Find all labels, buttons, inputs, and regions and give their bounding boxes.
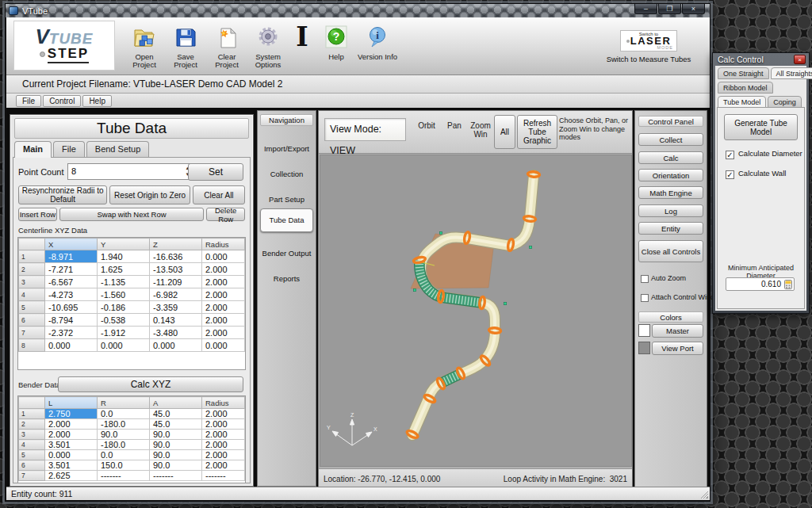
cell[interactable]: 3.501 [45,460,98,471]
resize-grip[interactable] [700,491,708,498]
cell[interactable]: 2.000 [45,430,98,440]
cell[interactable]: 3.501 [45,440,98,450]
calc-tab-tube-model[interactable]: Tube Model [718,96,766,108]
cell[interactable]: 2.000 [202,409,245,419]
row-header[interactable]: 7 [19,327,45,339]
generate-tube-model-button[interactable]: Generate Tube Model [724,114,798,140]
column-header[interactable] [19,239,45,250]
column-header-y[interactable]: Y [98,239,150,250]
cell[interactable]: 150.0 [98,460,150,471]
cell[interactable]: -180.0 [98,419,150,430]
column-header[interactable] [19,397,45,409]
checkbox[interactable]: ✓ [641,294,649,302]
cell[interactable]: 2.750 [45,409,98,419]
math-engine-button[interactable]: Math Engine [638,186,703,199]
log-button[interactable]: Log [638,204,703,217]
tab-file[interactable]: File [53,141,85,158]
cell[interactable]: 0.000 [202,339,245,352]
toolbar-clear-project[interactable]: Clear Project [206,21,247,69]
view-mode-zoom-win[interactable]: Zoom Win [466,121,495,139]
cell[interactable]: 45.0 [150,409,202,419]
cell[interactable]: 2.000 [202,327,245,339]
cell[interactable]: -2.372 [45,327,98,339]
row-header[interactable]: 3 [19,276,45,288]
column-header-radius[interactable]: Radius [202,397,245,409]
calculate-diameter-checkbox[interactable]: ✓Calculate Diameter [726,149,802,159]
point-count-input[interactable]: 8 ▲▼ [67,163,194,180]
cell[interactable]: 2.000 [202,430,245,440]
sidebar-item-reports[interactable]: Reports [258,274,316,283]
cell[interactable]: -6.982 [150,288,202,301]
maximize-button[interactable]: ❐ [658,4,681,14]
cell[interactable]: -6.567 [45,276,98,288]
swap-with-next-row-button[interactable]: Swap with Next Row [59,208,205,221]
window-titlebar[interactable]: VTube –❐× [6,4,710,17]
calc-tab-ribbon-model[interactable]: Ribbon Model [718,82,773,94]
menu-file[interactable]: File [16,95,41,107]
calc-xyz-button[interactable]: Calc XYZ [58,376,243,392]
checkbox[interactable]: ✓ [726,151,734,159]
toolbar-version-info[interactable]: iVersion Info [357,21,398,61]
cell[interactable]: 2.000 [45,419,98,430]
cell[interactable]: 0.000 [98,339,150,352]
close-all-controls-button[interactable]: Close all Controls [638,240,703,262]
checkbox[interactable]: ✓ [726,170,734,179]
toolbar-text-cursor[interactable]: I [289,21,316,53]
orientation-button[interactable]: Orientation [638,169,703,181]
cell[interactable]: -13.503 [150,263,202,276]
cell[interactable]: 0.000 [150,339,202,352]
cell[interactable]: ------- [202,471,245,481]
cell[interactable]: -1.912 [98,327,150,339]
row-header[interactable]: 2 [19,263,45,276]
view-port-color-swatch[interactable] [638,342,650,354]
cell[interactable]: ------- [150,471,202,481]
cell[interactable]: 2.000 [202,419,245,430]
cell[interactable]: 90.0 [150,430,202,440]
master-color-button[interactable]: Master [652,324,703,338]
view-mode-orbit[interactable]: Orbit [412,121,442,130]
cell[interactable]: 0.000 [45,450,98,460]
cell[interactable]: 2.625 [45,471,98,481]
sidebar-item-part-setup[interactable]: Part Setup [258,195,316,204]
calc-tab-one-straight[interactable]: One Straight [718,67,769,79]
view-mode-pan[interactable]: Pan [442,121,467,130]
viewport-canvas[interactable]: Z Y X [320,155,632,467]
calc-button[interactable]: Calc [638,151,703,164]
column-header-a[interactable]: A [150,397,202,409]
cell[interactable]: ------- [98,471,150,481]
cell[interactable]: -1.135 [98,276,150,288]
tab-bend-setup[interactable]: Bend Setup [86,141,150,158]
view-port-color-button[interactable]: View Port [652,342,703,355]
close-button[interactable]: × [682,4,705,14]
row-header[interactable]: 7 [19,471,45,481]
sidebar-item-collection[interactable]: Collection [258,170,316,178]
toolbar-save-project[interactable]: Save Project [165,21,206,69]
row-header[interactable]: 6 [19,460,45,471]
master-color-swatch[interactable] [638,324,650,337]
cell[interactable]: -7.271 [45,263,98,276]
row-header[interactable]: 8 [19,339,45,352]
cell[interactable]: 0.0 [98,450,150,460]
cell[interactable]: 0.000 [202,250,245,263]
cell[interactable]: 1.625 [98,263,150,276]
cell[interactable]: -8.794 [45,314,98,327]
cell[interactable]: 2.000 [202,460,245,471]
min-diameter-input[interactable]: 0.610 [726,277,795,291]
row-header[interactable]: 2 [19,419,45,430]
cell[interactable]: 90.0 [98,430,150,440]
menu-control[interactable]: Control [43,95,81,107]
toolbar-system-options[interactable]: System Options [247,21,289,69]
set-button[interactable]: Set [188,163,243,181]
column-header-x[interactable]: X [45,239,98,250]
toolbar-open-project[interactable]: Open Project [124,21,165,69]
row-header[interactable]: 5 [19,301,45,314]
cell[interactable]: 2.000 [202,301,245,314]
cell[interactable]: 0.000 [45,339,98,352]
cell[interactable]: 0.143 [150,314,202,327]
row-header[interactable]: 1 [19,409,45,419]
auto-zoom-checkbox[interactable]: ✓Auto Zoom [641,274,686,283]
row-header[interactable]: 4 [19,288,45,301]
insert-row-button[interactable]: Insert Row [18,208,57,221]
cell[interactable]: 2.000 [202,276,245,288]
menu-help[interactable]: Help [82,95,112,107]
